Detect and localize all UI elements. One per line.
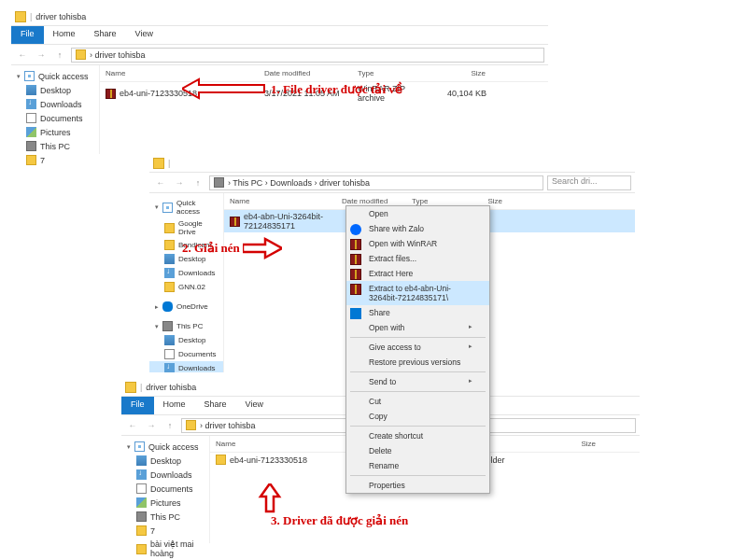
folder-icon: [76, 49, 86, 60]
sidebar-item-pictures[interactable]: Pictures: [11, 125, 99, 139]
menu-give-access[interactable]: Give access to▸: [346, 340, 489, 355]
address-box[interactable]: › driver tohisba: [71, 48, 544, 63]
sidebar-item-desktop[interactable]: Desktop: [121, 454, 209, 468]
up-button[interactable]: ↑: [162, 418, 177, 433]
title-text: driver tohisba: [35, 12, 86, 21]
thispc-header[interactable]: ▾This PC: [149, 319, 223, 333]
tab-view[interactable]: View: [236, 397, 273, 414]
titlebar: |: [149, 154, 635, 173]
tab-view[interactable]: View: [126, 26, 162, 44]
tab-file[interactable]: File: [11, 26, 44, 44]
onedrive-header[interactable]: ▸OneDrive: [149, 300, 223, 314]
pc-icon: [214, 177, 224, 188]
title-text: driver tohisba: [146, 383, 196, 392]
back-button[interactable]: ←: [125, 418, 140, 433]
column-headers: Name Date modified Type Size: [100, 65, 548, 82]
menu-cut[interactable]: Cut: [346, 394, 489, 409]
separator: |: [30, 12, 32, 21]
sidebar-item[interactable]: Bandicam: [149, 238, 223, 252]
sidebar-item-desktop[interactable]: Desktop: [11, 83, 99, 97]
tab-home[interactable]: Home: [44, 26, 85, 44]
sidebar-item-documents[interactable]: Documents: [11, 111, 99, 125]
tab-share[interactable]: Share: [85, 26, 126, 44]
explorer-window-1: | driver tohisba File Home Share View ← …: [11, 7, 548, 152]
titlebar: | driver tohisba: [11, 7, 548, 26]
sidebar-item-thispc[interactable]: This PC: [11, 139, 99, 153]
sidebar-item-downloads[interactable]: Downloads: [11, 97, 99, 111]
menu-extract-to[interactable]: Extract to eb4-abn-Uni-3264bit-721248351…: [346, 281, 489, 305]
menu-shortcut[interactable]: Create shortcut: [346, 428, 489, 443]
zip-icon: [106, 89, 116, 99]
menu-properties[interactable]: Properties: [346, 478, 489, 493]
sidebar-item[interactable]: Desktop: [149, 252, 223, 266]
tab-share[interactable]: Share: [195, 397, 236, 414]
sidebar-item[interactable]: Desktop: [149, 333, 223, 347]
sidebar-item[interactable]: GNN.02: [149, 280, 223, 294]
context-menu: Open Share with Zalo Open with WinRAR Ex…: [345, 205, 490, 494]
menu-copy[interactable]: Copy: [346, 409, 489, 424]
menu-open-winrar[interactable]: Open with WinRAR: [346, 236, 489, 251]
tab-home[interactable]: Home: [154, 397, 195, 414]
file-list: Name Date modified Type Size eb4-uni-712…: [100, 65, 548, 154]
address-bar: ← → ↑ › This PC › Downloads › driver toh…: [149, 173, 635, 193]
col-name[interactable]: Name: [100, 67, 259, 79]
col-name[interactable]: Name: [224, 195, 336, 207]
folder-icon: [153, 158, 164, 169]
menu-send-to[interactable]: Send to▸: [346, 374, 489, 389]
sidebar: ▾Quick access Google Drive Bandicam Desk…: [149, 193, 224, 372]
quick-access-header[interactable]: ▾Quick access: [11, 69, 99, 83]
sidebar-item-bai-viet[interactable]: bài việt mai hoàng: [121, 538, 209, 560]
col-date[interactable]: Date modified: [259, 67, 352, 79]
zip-icon: [230, 217, 240, 227]
back-button[interactable]: ←: [15, 48, 30, 63]
col-type[interactable]: Type: [352, 67, 436, 79]
ribbon: File Home Share View: [11, 26, 548, 45]
breadcrumb[interactable]: › driver tohisba: [200, 421, 256, 430]
sidebar-item-7[interactable]: 7: [11, 153, 99, 167]
sidebar-item[interactable]: Downloads: [149, 266, 223, 280]
folder-icon: [125, 382, 136, 393]
col-size[interactable]: Size: [546, 438, 602, 450]
sidebar-item[interactable]: Google Drive: [149, 217, 223, 238]
sidebar-item-documents[interactable]: Documents: [121, 482, 209, 496]
menu-rename[interactable]: Rename: [346, 458, 489, 473]
search-input[interactable]: Search dri...: [547, 175, 631, 190]
menu-delete[interactable]: Delete: [346, 443, 489, 458]
sidebar: ▾Quick access Desktop Downloads Document…: [11, 65, 100, 154]
sidebar-item-pictures[interactable]: Pictures: [121, 496, 209, 510]
forward-button[interactable]: →: [34, 48, 49, 63]
folder-icon: [186, 420, 196, 430]
sidebar-item-thispc[interactable]: This PC: [121, 510, 209, 524]
folder-icon: [15, 11, 26, 22]
breadcrumb[interactable]: › driver tohisba: [90, 50, 146, 60]
breadcrumb[interactable]: › This PC › Downloads › driver tohisba: [228, 178, 370, 188]
sidebar-item-7[interactable]: 7: [121, 524, 209, 538]
menu-extract-files[interactable]: Extract files...: [346, 251, 489, 266]
menu-open-with[interactable]: Open with▸: [346, 320, 489, 335]
quick-access-header[interactable]: ▾Quick access: [149, 197, 223, 217]
explorer-window-2: | ← → ↑ › This PC › Downloads › driver t…: [149, 154, 635, 373]
address-bar: ← → ↑ › driver tohisba: [11, 45, 548, 65]
address-box[interactable]: › This PC › Downloads › driver tohisba: [209, 175, 543, 190]
sidebar-item[interactable]: Documents: [149, 347, 223, 361]
file-row[interactable]: eb4-uni-7123330518 3/17/2021 11:05 AM Wi…: [100, 82, 548, 105]
menu-restore[interactable]: Restore previous versions: [346, 355, 489, 370]
up-button[interactable]: ↑: [190, 175, 205, 190]
folder-icon: [216, 455, 226, 465]
up-button[interactable]: ↑: [52, 48, 67, 63]
menu-open[interactable]: Open: [346, 206, 489, 221]
sidebar-item-downloads[interactable]: Downloads: [121, 468, 209, 482]
sidebar: ▾Quick access Desktop Downloads Document…: [121, 436, 210, 543]
menu-extract-here[interactable]: Extract Here: [346, 266, 489, 281]
menu-share[interactable]: Share: [346, 305, 489, 320]
forward-button[interactable]: →: [144, 418, 159, 433]
col-size[interactable]: Size: [436, 67, 492, 79]
tab-file[interactable]: File: [121, 397, 154, 414]
back-button[interactable]: ←: [153, 175, 168, 190]
sidebar-item-downloads[interactable]: Downloads: [149, 361, 223, 372]
quick-access-header[interactable]: ▾Quick access: [121, 440, 209, 454]
menu-share-zalo[interactable]: Share with Zalo: [346, 221, 489, 236]
forward-button[interactable]: →: [172, 175, 187, 190]
